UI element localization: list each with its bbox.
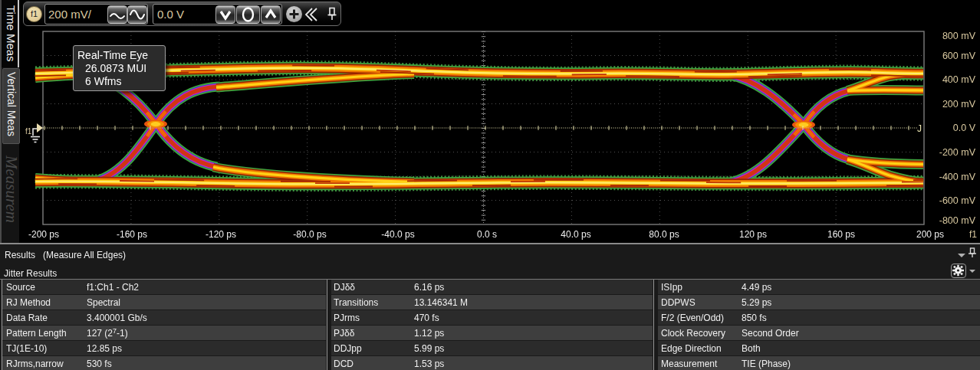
svg-text:J: J: [917, 123, 922, 134]
svg-text:f1: f1: [25, 127, 32, 136]
